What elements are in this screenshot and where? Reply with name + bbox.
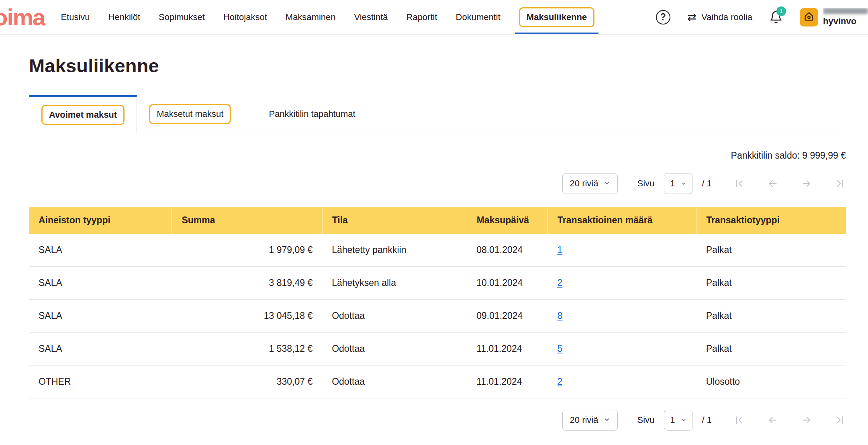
user-menu[interactable]: hyvinvo	[800, 8, 868, 27]
page-number-select[interactable]: 1	[664, 410, 692, 431]
tabs: Avoimet maksut Maksetut maksut Pankkitil…	[29, 95, 846, 133]
tab-pankkitilin-tapahtumat[interactable]: Pankkitilin tapahtumat	[243, 95, 374, 133]
nav-item-dokumentit[interactable]: Dokumentit	[456, 12, 500, 22]
avatar	[800, 8, 818, 27]
cell-tila: Lähetyksen alla	[322, 267, 467, 300]
page-number-select[interactable]: 1	[664, 173, 692, 194]
column-header-tila: Tila	[322, 207, 467, 234]
notification-badge: 1	[776, 6, 786, 16]
nav-item-label: Maksuliikenne	[519, 7, 594, 27]
user-text: hyvinvo	[823, 8, 868, 27]
chevron-down-icon	[681, 415, 686, 425]
tab-label: Avoimet maksut	[41, 105, 125, 125]
cell-tila: Lähetetty pankkiin	[322, 234, 467, 267]
help-icon[interactable]: ?	[656, 10, 670, 24]
transaction-count-link[interactable]: 2	[558, 278, 563, 288]
chevron-down-icon	[604, 178, 610, 189]
next-page-icon[interactable]	[801, 178, 812, 189]
home-icon	[803, 11, 815, 24]
table-row: SALA 1 979,09 € Lähetetty pankkiin 08.01…	[29, 234, 846, 267]
cell-transaktiotyyppi: Palkat	[696, 300, 846, 333]
notifications-button[interactable]: 1	[769, 10, 783, 24]
brand-logo[interactable]: oima	[0, 4, 45, 31]
nav-item-sopimukset[interactable]: Sopimukset	[159, 12, 205, 22]
column-header-transaktiotyyppi: Transaktiotyyppi	[696, 207, 846, 234]
cell-transaktioinen-maara: 2	[548, 267, 696, 300]
cell-summa: 1 979,09 €	[172, 234, 322, 267]
table-body: SALA 1 979,09 € Lähetetty pankkiin 08.01…	[29, 234, 846, 398]
page-label: Sivu	[637, 415, 654, 425]
tab-label: Maksetut maksut	[149, 104, 231, 124]
chevron-down-icon	[681, 178, 686, 189]
page-number-value: 1	[670, 178, 675, 189]
cell-transaktioinen-maara: 1	[548, 234, 696, 267]
tab-maksetut-maksut[interactable]: Maksetut maksut	[137, 95, 243, 133]
transaction-count-link[interactable]: 1	[558, 245, 563, 255]
rows-per-page-select[interactable]: 20 riviä	[562, 173, 618, 194]
last-page-icon[interactable]	[835, 178, 846, 189]
rows-per-page-select[interactable]: 20 riviä	[562, 410, 618, 431]
cell-transaktiotyyppi: Palkat	[696, 267, 846, 300]
previous-page-icon[interactable]	[767, 178, 778, 189]
cell-summa: 3 819,49 €	[172, 267, 322, 300]
cell-transaktioinen-maara: 5	[548, 333, 696, 365]
column-header-aineiston-tyyppi: Aineiston tyyppi	[29, 207, 172, 234]
user-name-redacted	[823, 8, 868, 14]
column-header-maksupaiva: Maksupäivä	[467, 207, 547, 234]
page-title: Maksuliikenne	[29, 55, 846, 77]
cell-transaktioinen-maara: 8	[548, 300, 696, 333]
cell-aineiston-tyyppi: SALA	[29, 333, 172, 365]
switch-role-label: Vaihda roolia	[701, 12, 752, 22]
table-row: OTHER 330,07 € Odottaa 11.01.2024 2 Ulos…	[29, 365, 846, 398]
page-label: Sivu	[637, 178, 654, 189]
tab-label: Pankkitilin tapahtumat	[262, 105, 361, 123]
page-number-value: 1	[670, 415, 675, 425]
page-total: / 1	[702, 415, 712, 425]
transaction-count-link[interactable]: 5	[558, 343, 563, 354]
transaction-count-link[interactable]: 8	[558, 310, 563, 321]
cell-transaktiotyyppi: Ulosotto	[696, 365, 846, 398]
cell-aineiston-tyyppi: OTHER	[29, 365, 172, 398]
switch-role-button[interactable]: ⇄ Vaihda roolia	[687, 12, 752, 23]
cell-maksupaiva: 08.01.2024	[467, 234, 547, 267]
first-page-icon[interactable]	[733, 178, 745, 189]
cell-tila: Odottaa	[322, 333, 467, 365]
column-header-transaktioinen-maara: Transaktioinen määrä	[548, 207, 696, 234]
cell-tila: Odottaa	[322, 300, 467, 333]
cell-summa: 330,07 €	[172, 365, 322, 398]
chevron-down-icon	[604, 415, 610, 425]
cell-aineiston-tyyppi: SALA	[29, 267, 172, 300]
nav-item-henkilot[interactable]: Henkilöt	[108, 12, 140, 22]
cell-transaktioinen-maara: 2	[548, 365, 696, 398]
next-page-icon[interactable]	[801, 414, 812, 426]
nav-right-cluster: ? ⇄ Vaihda roolia 1	[656, 8, 868, 27]
pager-arrows	[733, 178, 846, 189]
main-nav: Etusivu Henkilöt Sopimukset Hoitojaksot …	[61, 7, 594, 27]
nav-item-maksaminen[interactable]: Maksaminen	[286, 12, 336, 22]
swap-arrows-icon: ⇄	[687, 12, 696, 23]
nav-item-hoitojaksot[interactable]: Hoitojaksot	[223, 12, 267, 22]
user-organization: hyvinvo	[823, 16, 868, 27]
transaction-count-link[interactable]: 2	[558, 376, 563, 387]
tab-avoimet-maksut[interactable]: Avoimet maksut	[29, 95, 137, 133]
cell-tila: Odottaa	[322, 365, 467, 398]
first-page-icon[interactable]	[733, 414, 745, 426]
cell-aineiston-tyyppi: SALA	[29, 300, 172, 333]
table-row: SALA 1 538,12 € Odottaa 11.01.2024 5 Pal…	[29, 333, 846, 365]
nav-item-raportit[interactable]: Raportit	[406, 12, 437, 22]
nav-item-viestinta[interactable]: Viestintä	[354, 12, 388, 22]
last-page-icon[interactable]	[835, 414, 846, 426]
open-payments-table: Aineiston tyyppi Summa Tila Maksupäivä T…	[29, 207, 846, 398]
nav-item-maksuliikenne[interactable]: Maksuliikenne	[519, 7, 594, 27]
nav-item-etusivu[interactable]: Etusivu	[61, 12, 90, 22]
top-navigation: oima Etusivu Henkilöt Sopimukset Hoitoja…	[0, 0, 868, 35]
cell-summa: 1 538,12 €	[172, 333, 322, 365]
previous-page-icon[interactable]	[767, 414, 778, 426]
rows-per-page-value: 20 riviä	[570, 178, 598, 189]
page-total: / 1	[702, 178, 712, 189]
cell-transaktiotyyppi: Palkat	[696, 333, 846, 365]
cell-transaktiotyyppi: Palkat	[696, 234, 846, 267]
table-row: SALA 13 045,18 € Odottaa 09.01.2024 8 Pa…	[29, 300, 846, 333]
cell-maksupaiva: 11.01.2024	[467, 333, 547, 365]
cell-summa: 13 045,18 €	[172, 300, 322, 333]
